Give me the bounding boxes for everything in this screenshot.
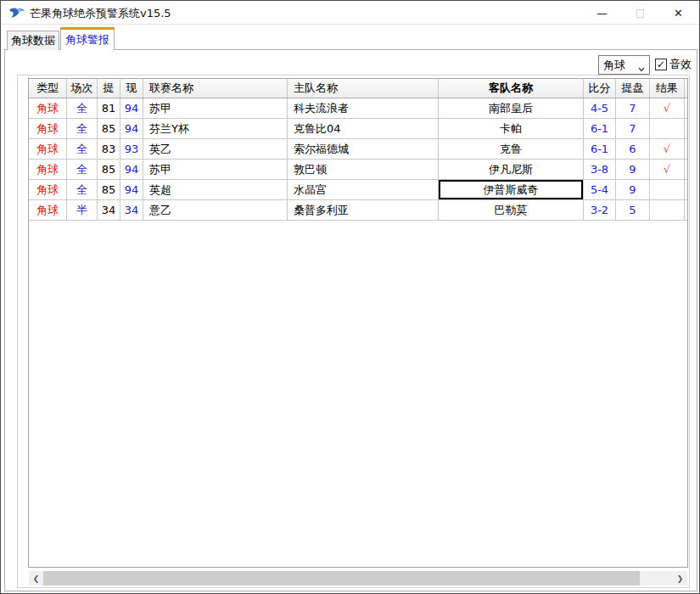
cell-xian[interactable]: 34 xyxy=(120,200,143,220)
cell-away[interactable]: 巴勒莫 xyxy=(439,200,584,220)
cell-home[interactable]: 桑普多利亚 xyxy=(288,200,439,220)
cell-xian[interactable]: 94 xyxy=(120,98,143,118)
cell-home[interactable]: 水晶宫 xyxy=(288,180,439,199)
cell-tipan[interactable]: 6 xyxy=(616,139,650,159)
cell-league[interactable]: 苏甲 xyxy=(143,98,288,118)
cell-score[interactable]: 5-4 xyxy=(584,180,616,199)
cell-away[interactable]: 伊普斯威奇 xyxy=(439,180,584,199)
cell-score[interactable]: 3-2 xyxy=(584,200,616,220)
cell-scope[interactable]: 全 xyxy=(67,139,98,159)
column-header-home[interactable]: 主队名称 xyxy=(288,79,439,98)
table-header: 类型场次提现联赛名称主队名称客队名称比分提盘结果 xyxy=(29,79,687,98)
cell-type[interactable]: 角球 xyxy=(29,119,67,138)
table-row: 角球半3434意乙桑普多利亚巴勒莫3-25 xyxy=(29,200,687,221)
column-header-type[interactable]: 类型 xyxy=(29,79,67,98)
cell-score[interactable]: 6-1 xyxy=(584,119,616,138)
cell-type[interactable]: 角球 xyxy=(29,200,67,220)
cell-result[interactable] xyxy=(650,180,685,199)
cell-league[interactable]: 意乙 xyxy=(143,200,288,220)
table-row: 角球全8594芬兰Y杯克鲁比04卡帕6-17 xyxy=(29,119,687,139)
table-row: 角球全8393英乙索尔福德城克鲁6-16√ xyxy=(29,139,687,160)
cell-result[interactable]: √ xyxy=(650,98,685,118)
column-header-scope[interactable]: 场次 xyxy=(67,79,98,98)
app-logo-icon xyxy=(8,7,25,19)
checkbox-check-icon: ✓ xyxy=(655,59,667,70)
chevron-down-icon xyxy=(638,63,645,70)
sound-checkbox[interactable]: ✓ 音效 xyxy=(655,57,692,72)
scroll-left-icon[interactable]: ❮ xyxy=(29,571,43,586)
cell-scope[interactable]: 全 xyxy=(67,119,98,138)
cell-tipan[interactable]: 9 xyxy=(616,160,650,179)
cell-xian[interactable]: 94 xyxy=(120,160,143,179)
column-header-away[interactable]: 客队名称 xyxy=(439,79,584,98)
column-header-result[interactable]: 结果 xyxy=(650,79,685,98)
table-row: 角球全8594苏甲敦巴顿伊凡尼斯3-89√ xyxy=(29,160,687,180)
alerts-table: 类型场次提现联赛名称主队名称客队名称比分提盘结果 角球全8194苏甲科夫流浪者南… xyxy=(28,78,688,568)
cell-type[interactable]: 角球 xyxy=(29,160,67,179)
tab-corner-alert[interactable]: 角球警报 xyxy=(60,27,115,50)
cell-ti[interactable]: 81 xyxy=(98,98,120,118)
corner-type-select[interactable]: 角球 xyxy=(598,55,650,75)
cell-score[interactable]: 6-1 xyxy=(584,139,616,159)
cell-ti[interactable]: 85 xyxy=(98,180,120,199)
column-header-xian[interactable]: 现 xyxy=(120,79,143,98)
column-header-ti[interactable]: 提 xyxy=(98,79,120,98)
cell-home[interactable]: 索尔福德城 xyxy=(288,139,439,159)
window-controls: — □ ✕ xyxy=(583,1,697,25)
cell-tipan[interactable]: 5 xyxy=(616,200,650,220)
cell-league[interactable]: 苏甲 xyxy=(143,160,288,179)
window-title: 芒果角球绝杀预警系统v15.5 xyxy=(30,6,171,21)
cell-type[interactable]: 角球 xyxy=(29,98,67,118)
cell-type[interactable]: 角球 xyxy=(29,139,67,159)
cell-away[interactable]: 南部皇后 xyxy=(439,98,584,118)
cell-tipan[interactable]: 7 xyxy=(616,119,650,138)
tab-corner-data[interactable]: 角球数据 xyxy=(7,31,59,50)
horizontal-scrollbar[interactable]: ❮ ❯ xyxy=(29,571,687,586)
cell-scope[interactable]: 半 xyxy=(67,200,98,220)
cell-score[interactable]: 3-8 xyxy=(584,160,616,179)
cell-home[interactable]: 敦巴顿 xyxy=(288,160,439,179)
cell-type[interactable]: 角球 xyxy=(29,180,67,199)
maximize-icon[interactable]: □ xyxy=(621,1,659,25)
cell-result[interactable]: √ xyxy=(650,160,685,179)
app-window: 芒果角球绝杀预警系统v15.5 — □ ✕ 角球数据 角球警报 角球 ✓ 音效 … xyxy=(0,0,700,594)
scrollbar-thumb[interactable] xyxy=(43,571,640,586)
column-header-league[interactable]: 联赛名称 xyxy=(143,79,288,98)
cell-xian[interactable]: 94 xyxy=(120,180,143,199)
cell-tipan[interactable]: 9 xyxy=(616,180,650,199)
table-row: 角球全8594英超水晶宫伊普斯威奇5-49 xyxy=(29,180,687,200)
cell-league[interactable]: 英超 xyxy=(143,180,288,199)
cell-xian[interactable]: 94 xyxy=(120,119,143,138)
cell-away[interactable]: 卡帕 xyxy=(439,119,584,138)
cell-league[interactable]: 英乙 xyxy=(143,139,288,159)
cell-result[interactable] xyxy=(650,119,685,138)
corner-type-value: 角球 xyxy=(599,58,625,73)
cell-league[interactable]: 芬兰Y杯 xyxy=(143,119,288,138)
cell-scope[interactable]: 全 xyxy=(67,180,98,199)
cell-away[interactable]: 克鲁 xyxy=(439,139,584,159)
table-body: 角球全8194苏甲科夫流浪者南部皇后4-57√角球全8594芬兰Y杯克鲁比04卡… xyxy=(29,98,687,221)
cell-ti[interactable]: 85 xyxy=(98,119,120,138)
cell-tipan[interactable]: 7 xyxy=(616,98,650,118)
cell-scope[interactable]: 全 xyxy=(67,160,98,179)
sound-checkbox-label: 音效 xyxy=(669,57,692,72)
minimize-icon[interactable]: — xyxy=(583,1,621,25)
cell-scope[interactable]: 全 xyxy=(67,98,98,118)
cell-away[interactable]: 伊凡尼斯 xyxy=(439,160,584,179)
cell-result[interactable] xyxy=(650,200,685,220)
column-header-score[interactable]: 比分 xyxy=(584,79,616,98)
cell-ti[interactable]: 34 xyxy=(98,200,120,220)
cell-xian[interactable]: 93 xyxy=(120,139,143,159)
table-row: 角球全8194苏甲科夫流浪者南部皇后4-57√ xyxy=(29,98,687,119)
tab-strip: 角球数据 角球警报 xyxy=(1,25,699,50)
cell-home[interactable]: 克鲁比04 xyxy=(288,119,439,138)
close-icon[interactable]: ✕ xyxy=(659,1,697,25)
cell-score[interactable]: 4-5 xyxy=(584,98,616,118)
cell-ti[interactable]: 85 xyxy=(98,160,120,179)
cell-result[interactable]: √ xyxy=(650,139,685,159)
cell-ti[interactable]: 83 xyxy=(98,139,120,159)
scroll-right-icon[interactable]: ❯ xyxy=(673,571,687,586)
column-header-tipan[interactable]: 提盘 xyxy=(616,79,650,98)
title-bar: 芒果角球绝杀预警系统v15.5 — □ ✕ xyxy=(1,1,699,25)
cell-home[interactable]: 科夫流浪者 xyxy=(288,98,439,118)
